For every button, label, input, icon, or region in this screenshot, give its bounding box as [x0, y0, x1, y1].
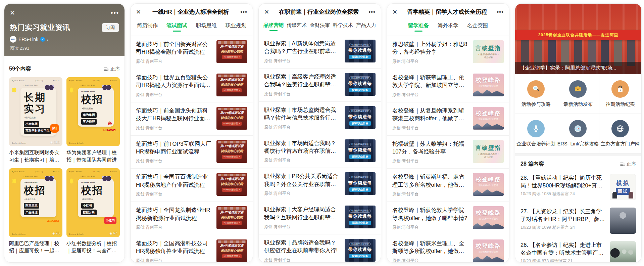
subscribe-button[interactable]: 订阅	[102, 23, 119, 32]
shortcut-official-portal[interactable]: 主办方官方门户网	[599, 114, 641, 153]
tab[interactable]: 职场思维	[196, 22, 217, 32]
tab[interactable]: 品牌营销	[263, 22, 284, 31]
tab[interactable]: 传媒艺术	[287, 22, 307, 31]
close-icon[interactable]: ✕	[136, 8, 141, 16]
brand-logo: Alibaba	[47, 218, 59, 224]
article-row[interactable]: 职业探索｜高级客户经理岗适合我吗？医美行业在职前辈带你入行! 原创:青创平台 职…	[259, 69, 381, 102]
article-title: 笔面技巧｜全国龙头制造业HR揭秘新能源行业面试流程	[136, 206, 212, 222]
shortcut-joint-training[interactable]: 企业联合培养计划	[515, 114, 557, 153]
article-row[interactable]: 职业探索｜市场岗适合我吗？餐饮行业首席市场官在职前辈带你入... 原创:青创平台…	[259, 135, 381, 168]
card-tag: 产品经理	[24, 210, 39, 215]
thumb-text: 谈练的核心技能	[221, 249, 243, 253]
card-tag: 小米集团	[24, 121, 39, 127]
view-count: 78	[52, 231, 60, 235]
article-row[interactable]: 名校登峰｜斩获斯坦福、麻省理工等多所名校offer，他做了哪些... 原创:青创…	[387, 169, 509, 202]
card-sublabel: #新岗位机会	[24, 116, 53, 119]
card-hashtag: #QINGCHUANG	[69, 171, 83, 173]
article-title: 笔面技巧｜前全国龙头创新科技大厂HR揭秘互联网行业面试流程	[136, 107, 212, 123]
thumb-text: 从HR笔试面试看	[220, 144, 244, 148]
article-thumbnail: 言破壁指 雅思/托福/小语种 高分经验 校登峰路 顶尖名校offer斩获经	[473, 107, 504, 130]
microphone-icon	[527, 120, 545, 137]
article-row[interactable]: 笔面技巧｜全国高潜科技公司HR揭秘独角兽企业面试流程 原创:青创平台 从HR笔试…	[131, 235, 253, 263]
article-row[interactable]: 笔面技巧｜前TOP3互联网大厂HR揭秘电商行业面试流程 原创:青创平台 从HR笔…	[131, 136, 253, 169]
article-origin: 原创:青创平台	[392, 225, 469, 230]
thumb-text: 校登峰路	[476, 109, 501, 117]
thumb-badge: HR亲授课堂	[222, 254, 242, 258]
article-row[interactable]: 笔面技巧｜全国五百强制造业HR揭秘房地产行业面试流程 原创:青创平台 从HR笔试…	[131, 169, 253, 202]
shortcut-label: ERS- Link完整攻略	[557, 141, 599, 147]
content-card[interactable]: #QINGCHUANG (OFFER) #TRY IT Find Your Pa…	[9, 77, 62, 164]
article-row[interactable]: 职业探索｜大客户经理岗适合我吗？互联网行业在职前辈带你入... 原创:青创平台 …	[259, 201, 381, 234]
article-row[interactable]: 职业探索｜品牌岗适合我吗？供应链行业在职前辈带你入行! 原创:青创平台 职场前辈…	[259, 234, 381, 263]
content-grid: #QINGCHUANG (OFFER) #TRY IT Find Your Pa…	[9, 77, 120, 254]
close-icon[interactable]: ✕	[392, 8, 397, 16]
card-caption: 阿里巴巴产品经理｜校招｜应届可投！一起改变行业、...	[9, 240, 62, 255]
article-title: 笔面技巧｜前全国新兴财富公司HR揭秘金融行业面试流程	[136, 40, 212, 56]
tab[interactable]: 留学准备	[408, 22, 429, 32]
content-card[interactable]: #QINGCHUANG (OFFER) #TRY IT Find Your Pa…	[66, 168, 120, 255]
article-row[interactable]: 职业探索｜AI新媒体创意岗适合我吗？广告行业在职前辈带你入行... 原创:青创平…	[259, 35, 381, 69]
content-card[interactable]: #QINGCHUANG (OFFER) #TRY IT Find Your Pa…	[66, 77, 120, 164]
account-row[interactable]: ERS ERS-Link ✓ ›	[10, 36, 119, 43]
article-row[interactable]: 名校登峰｜斩获帝国理工、伦敦大学学院、新加坡国立等多所名校... 原创:青创平台…	[387, 69, 509, 102]
sort-order-button[interactable]: 正序	[620, 161, 636, 167]
shortcut-label: 最新活动发布	[563, 101, 593, 107]
brand-logo: 小红书	[104, 217, 116, 224]
tab[interactable]: 产品人力	[356, 22, 376, 31]
tab[interactable]: 职业规划	[226, 22, 246, 32]
article-row[interactable]: 笔面技巧｜前全国龙头创新科技大厂HR揭秘互联网行业面试流程 原创:青创平台 从H…	[131, 102, 253, 136]
more-menu-icon[interactable]: •••	[368, 9, 376, 15]
abroad-panel: ✕ 留学精英｜留学人才成长全历程 ••• 留学准备海外求学名企突围 雅思破壁｜上…	[387, 3, 509, 263]
article-row[interactable]: 托福破壁｜苏大黎学姐：托福107分，备考经验分享 原创:青创平台 言破壁指 雅思…	[387, 136, 509, 169]
career-tab-bar: 品牌营销传媒艺术金财法审科学技术产品人力	[259, 19, 381, 35]
shortcut-full-guide[interactable]: ERS- Link完整攻略	[557, 114, 599, 153]
article-row[interactable]: 名校登峰｜从复旦物理系到斩获港三校商科offer，他做了哪些事... 原创:青创…	[387, 102, 509, 136]
account-article-row[interactable]: 27. 【人资沙龙丨纪实】长三角学子对话名企HR：阿里HRBP、蘑菇街人 10/…	[515, 204, 641, 237]
thumb-text: 面试	[616, 188, 630, 195]
article-title: 职业探索｜高级客户经理岗适合我吗？医美行业在职前辈带你入行!	[264, 73, 341, 89]
card-roles-label: Graduate Roles	[24, 181, 53, 183]
close-icon[interactable]: ✕	[264, 8, 269, 16]
abroad-panel-title: 留学精英｜留学人才成长全历程	[407, 8, 487, 16]
article-row[interactable]: 笔面技巧｜世界五百强猎头公司HR揭秘人力资源行业面试流程 原创:青创平台 从HR…	[131, 69, 253, 102]
career-article-list: 职业探索｜AI新媒体创意岗适合我吗？广告行业在职前辈带你入行... 原创:青创平…	[259, 35, 381, 263]
thumb-badge: HR亲授课堂	[222, 122, 242, 126]
account-article-row[interactable]: 28. 【重磅活动丨纪实】简历生死局！世界500HR现场解剖20+真实简 10/…	[515, 170, 641, 204]
more-menu-icon[interactable]: •••	[111, 9, 119, 16]
card-footer-label: Explore & Apply	[69, 142, 84, 144]
article-row[interactable]: 笔面技巧｜全国龙头制造业HR揭秘新能源行业面试流程 原创:青创平台 从HR笔试面…	[131, 202, 253, 235]
article-title: 名校登峰｜从复旦物理系到斩获港三校商科offer，他做了哪些事...	[392, 107, 469, 123]
shortcut-latest-events[interactable]: 最新活动发布	[557, 74, 599, 114]
brand-logo: HUAWEI	[103, 120, 116, 133]
shortcut-activity-guide[interactable]: 活动参与攻略	[515, 74, 557, 114]
section-divider	[515, 153, 641, 156]
account-article-row[interactable]: 26. 【名企参访丨纪实】走进上市名企中国有赞：听技术主管聊产品研 10/23 …	[515, 237, 641, 263]
sort-order-button[interactable]: 正序	[104, 66, 120, 72]
article-row[interactable]: 职业探索｜PR公共关系岗适合我吗？外企公关行业在职前辈带你... 原创:青创平台…	[259, 168, 381, 201]
chevron-right-icon: ›	[47, 37, 48, 42]
tab[interactable]: 海外求学	[438, 22, 458, 32]
card-hashtag: (OFFER)	[35, 171, 43, 173]
tab[interactable]: 科学技术	[333, 22, 353, 31]
thumb-text: 校登峰路	[476, 176, 501, 183]
more-menu-icon[interactable]: •••	[240, 9, 247, 15]
tab[interactable]: 金财法审	[310, 22, 330, 31]
brand-logo: MI	[50, 124, 59, 133]
close-icon[interactable]: ✕	[10, 10, 15, 16]
article-row[interactable]: 名校登峰｜斩获米兰理工、金斯顿等多所院校offer，她做了哪些... 原创:青创…	[387, 235, 509, 263]
content-card[interactable]: #QINGCHUANG (OFFER) #TRY IT Find Your Pa…	[9, 168, 62, 255]
article-row[interactable]: 名校登峰｜斩获伦敦大学学院等名校offer，她做了哪些事情? 原创:青创平台 言…	[387, 202, 509, 235]
abroad-tab-bar: 留学准备海外求学名企突围	[387, 19, 509, 36]
article-row[interactable]: 笔面技巧｜前全国新兴财富公司HR揭秘金融行业面试流程 原创:青创平台 从HR笔试…	[131, 36, 253, 69]
article-row[interactable]: 雅思破壁｜上外杨学姐：雅思8分，备考经验分享 原创:青创平台 言破壁指 雅思/托…	[387, 36, 509, 69]
card-caption: 华为集团客户经理｜校招｜带领团队共同前进	[66, 149, 120, 164]
tab[interactable]: 笔试面试	[166, 22, 187, 32]
more-menu-icon[interactable]: •••	[497, 9, 504, 15]
tab[interactable]: 简历制作	[137, 22, 158, 32]
banner-photo[interactable]: 2025青创企业联合共建活动——走进阿里 【企业访学】实录：阿里总部沉浸式“职场…	[515, 4, 641, 74]
article-thumbnail: 言破壁指 雅思/托福/小语种 高分经验 校登峰路 顶尖名校offer斩获经	[473, 40, 504, 63]
shortcut-past-events[interactable]: 往期活动纪实	[599, 74, 641, 114]
thumb-bar: 探索职业目标	[349, 254, 371, 258]
tab[interactable]: 名企突围	[467, 22, 488, 32]
article-row[interactable]: 职业探索｜市场总监岗适合我吗？软件与信息技术服务行业在职前... 原创:青创平台…	[259, 102, 381, 135]
